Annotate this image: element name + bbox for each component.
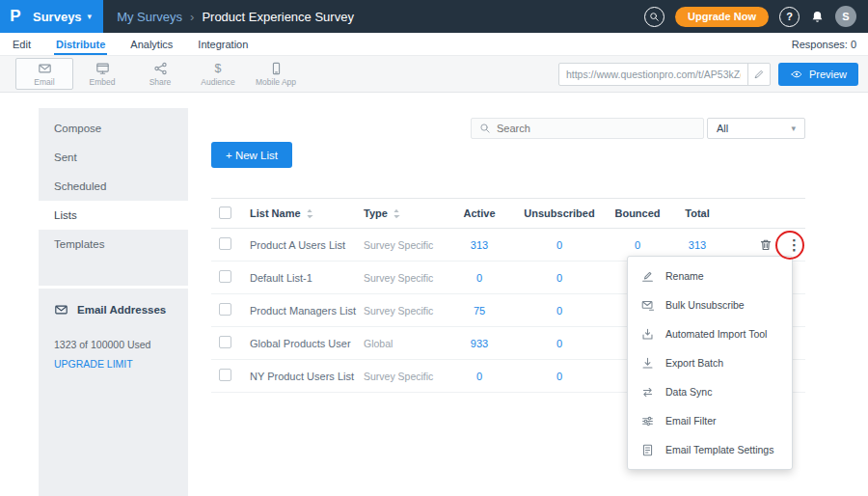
envelope-icon [54,303,68,317]
cell-unsubscribed[interactable]: 0 [510,272,609,284]
email-addresses-header: Email Addresses [54,303,175,317]
cell-list-name[interactable]: Product A Users List [250,239,364,251]
top-header: P Surveys ▾ My Surveys › Product Experie… [0,0,868,33]
trash-icon [759,238,773,252]
list-search-input[interactable] [497,123,695,134]
sidebar-item-lists[interactable]: Lists [39,201,188,230]
menu-item-bulk-unsubscribe[interactable]: Bulk Unsubscribe [628,290,792,319]
row-actions-dots-button[interactable]: ⋮ [787,237,797,252]
questionpro-logo: P [0,0,31,33]
sort-icon[interactable] [306,208,313,219]
cell-total[interactable]: 313 [666,239,728,251]
automated-import-tool-icon [641,328,654,341]
row-checkbox[interactable] [219,369,231,381]
cell-unsubscribed[interactable]: 0 [510,239,609,251]
breadcrumb-current: Product Experience Survey [202,10,354,24]
email-sidebar: Compose Sent Scheduled Lists Templates E… [39,108,188,496]
sidebar-item-templates[interactable]: Templates [39,230,188,259]
header-search-button[interactable] [644,7,665,27]
upgrade-now-button[interactable]: Upgrade Now [675,7,769,27]
toolbar-item-email[interactable]: Email [15,58,73,90]
lists-content: All ▾ + New List List Name Type Active U… [188,93,868,496]
row-checkbox[interactable] [219,336,231,348]
header-actions: Upgrade Now ? S [644,6,868,27]
toolbar-item-audience[interactable]: $ Audience [189,58,247,90]
sidebar-item-compose[interactable]: Compose [39,114,188,143]
tab-edit[interactable]: Edit [0,33,43,55]
chevron-down-icon: ▾ [791,124,796,133]
menu-item-data-sync[interactable]: Data Sync [628,377,792,406]
tab-distribute[interactable]: Distribute [43,33,118,55]
edit-url-button[interactable] [747,64,770,85]
sidebar-item-scheduled[interactable]: Scheduled [39,172,188,201]
sort-icon[interactable] [393,208,400,219]
survey-url-field [558,63,771,86]
filter-selected-value: All [717,123,728,134]
cell-list-name[interactable]: Global Products User [250,338,364,349]
cell-list-name[interactable]: Default List-1 [250,272,364,284]
toolbar-item-embed[interactable]: Embed [73,58,131,90]
cell-unsubscribed[interactable]: 0 [510,305,609,317]
share-icon [153,62,168,75]
toolbar-item-label: Embed [90,77,116,87]
new-list-button[interactable]: + New List [211,142,292,168]
menu-item-label: Rename [665,270,704,282]
sidebar-item-sent[interactable]: Sent [39,143,188,172]
menu-item-label: Email Filter [665,415,717,427]
cell-active[interactable]: 933 [448,338,510,349]
toolbar-item-mobile-app[interactable]: Mobile App [247,58,305,90]
cell-unsubscribed[interactable]: 0 [510,371,609,382]
menu-item-email-filter[interactable]: Email Filter [628,406,792,435]
breadcrumb-my-surveys[interactable]: My Surveys [117,10,182,24]
email-addresses-block: Email Addresses 1323 of 100000 Used UPGR… [39,286,188,370]
cell-bounced[interactable]: 0 [609,239,666,251]
rename-icon [641,270,654,283]
tab-analytics[interactable]: Analytics [118,33,185,55]
menu-item-automated-import-tool[interactable]: Automated Import Tool [628,319,792,348]
help-button[interactable]: ? [779,7,800,27]
audience-icon: $ [215,62,222,75]
menu-item-export-batch[interactable]: Export Batch [628,348,792,377]
data-sync-icon [641,386,654,399]
row-checkbox[interactable] [219,270,231,283]
cell-list-name[interactable]: NY Product Users List [250,371,364,382]
list-actions-menu: Rename Bulk Unsubscribe Automated Import… [627,256,793,470]
column-type: Type [364,207,388,219]
cell-list-name[interactable]: Product Managers List [250,305,364,317]
toolbar-item-label: Share [149,77,172,87]
cell-active[interactable]: 313 [448,239,510,251]
surveys-menu-label: Surveys [33,10,82,24]
cell-active[interactable]: 75 [448,305,510,317]
survey-url-input[interactable] [559,69,747,80]
distribute-toolbar: Email Embed Share $ Audience Mobile App [0,56,868,93]
toolbar-item-share[interactable]: Share [131,58,189,90]
column-total: Total [666,207,728,219]
row-checkbox[interactable] [219,237,231,250]
notifications-button[interactable] [810,10,825,24]
embed-icon [95,62,110,75]
search-icon [479,123,491,134]
surveys-menu[interactable]: P Surveys ▾ [0,0,103,33]
preview-button[interactable]: Preview [778,63,858,86]
column-active: Active [448,207,510,219]
delete-list-button[interactable] [759,238,773,252]
cell-unsubscribed[interactable]: 0 [510,338,609,349]
cell-active[interactable]: 0 [448,272,510,284]
menu-item-rename[interactable]: Rename [628,262,792,290]
cell-active[interactable]: 0 [448,371,510,382]
help-icon: ? [786,11,793,22]
cell-type: Global [364,338,448,349]
row-checkbox[interactable] [219,303,231,316]
upgrade-limit-link[interactable]: UPGRADE LIMIT [54,358,175,370]
list-type-filter[interactable]: All ▾ [707,118,805,139]
tab-integration[interactable]: Integration [185,33,260,55]
breadcrumb: My Surveys › Product Experience Survey [117,10,354,24]
select-all-checkbox[interactable] [219,207,231,219]
chevron-down-icon: ▾ [88,12,93,21]
survey-nav-tabs: Edit Distribute Analytics Integration Re… [0,33,868,56]
export-batch-icon [641,357,654,370]
column-bounced: Bounced [609,207,666,219]
user-avatar[interactable]: S [835,6,856,27]
menu-item-email-template-settings[interactable]: Email Template Settings [628,435,792,464]
toolbar-item-label: Audience [201,77,234,87]
